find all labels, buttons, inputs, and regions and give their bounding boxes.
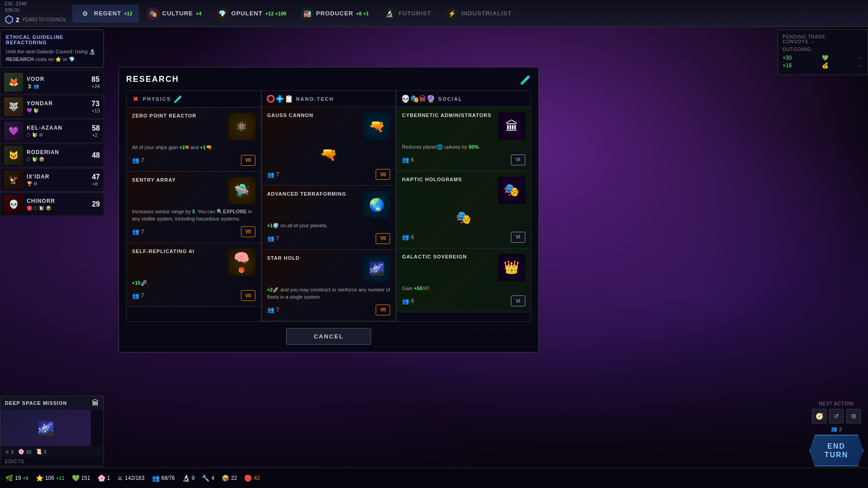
zero-point-reactor-image: ⚛ [228,113,255,140]
nanotech-header: ⭕💠📋 NANO-TECH [262,91,396,107]
gauss-cannon-card[interactable]: GAUSS CANNON 🔫 🔫 👥 7 VII [262,107,396,186]
yondar-avatar: 🐺 [4,97,23,116]
star-hold-name: STAR HOLD [267,255,363,261]
flower-icon: 🌸 [18,449,24,455]
self-replicating-ai-tier: VII [241,290,255,301]
sentry-array-card[interactable]: SENTRY ARRAY 🛸 Increases sensor range by… [127,172,261,243]
producer-icon: 🏭 [301,7,313,20]
mission-box[interactable]: DEEP SPACE MISSION 🏛 🌌 ⚔ 3 🌸 10 📜 3 EDIC… [0,396,104,466]
culture-stat-icon: 🌿 [5,474,13,482]
nav-producer-bonus: +8 +1 [356,11,369,16]
gauss-cost-icon: 👥 [267,171,274,178]
end-turn-line2: TURN [825,451,848,459]
self-replicating-ai-cost: 👥 7 [132,292,144,299]
star-hold-footer: 👥 7 VII [267,305,391,315]
nav-producer[interactable]: 🏭 PRODUCER +8 +1 [294,5,375,23]
roderian-name: RODERIAN [27,149,88,155]
galactic-sovereign-desc: Gain +50XP. [402,285,525,292]
advanced-terraforming-card[interactable]: ADVANCED TERRAFORMING 🌏 +1🌍 on all of yo… [262,186,396,250]
nav-items: ⚙ REGENT +12 🎭 CULTURE +4 💎 OPULENT +12 … [72,5,868,23]
zero-point-reactor-footer: 👥 7 VII [132,155,255,166]
zero-point-reactor-card[interactable]: ZERO POINT REACTOR ⚛ All of your ships g… [127,108,261,172]
nav-regent[interactable]: ⚙ REGENT +12 [72,5,139,23]
science-stat-icon: 🔬 [182,474,190,482]
stat-science: 🔬 9 [182,474,195,482]
refresh-icon[interactable]: ↺ [829,409,844,423]
haptic-holograms-tier: VI [511,232,525,243]
end-turn-area: NEXT ACTION 🧭 ↺ ⚙ 👥 2 END TURN [809,401,863,466]
galactic-sovereign-card[interactable]: GALACTIC SOVEREIGN 👑 Gain +50XP. 👥 6 VI [396,249,531,313]
leader-voor[interactable]: 🦊 VOOR 🍃 👥 85 +24 [0,70,104,94]
advanced-terraforming-top: ADVANCED TERRAFORMING 🌏 [267,191,391,218]
leader-yondar[interactable]: 🐺 YONDAR 💜 🔰 73 +13 [0,95,104,118]
self-replicating-ai-card[interactable]: SELF-REPLICATING AI 🧠 🎁 +15🧬. 👥 7 VII [127,243,261,307]
mission-stat-2: 📜 3 [36,449,46,455]
yondar-info: YONDAR 💜 🔰 [27,100,88,113]
industrialist-icon: ⚡ [446,7,458,20]
flask-icon[interactable]: 🧪 [520,75,531,85]
ai-cost-icon: 👥 [132,292,139,299]
cybernetic-administrators-footer: 👥 6 VI [402,155,525,165]
action-count: 👥 2 [831,426,842,432]
starhold-cost-icon: 👥 [267,306,274,313]
leader-kelazaan[interactable]: 💜 KEL-AZAAN ⬡ 🔰 ⚙ 58 +2 [0,119,104,143]
haptic-holograms-card[interactable]: HAPTIC HOLOGRAMS 🎭 🎭 👥 6 VI [396,171,531,249]
advanced-terraforming-cost-value: 7 [276,235,279,242]
galactic-sovereign-top: GALACTIC SOVEREIGN 👑 [402,254,525,281]
nav-industrialist-label: INDUSTRIALIST [461,10,512,17]
haptic-holograms-top: HAPTIC HOLOGRAMS 🎭 [402,177,525,204]
nav-producer-label: PRODUCER [316,10,353,17]
year-number: 2 [16,16,19,24]
ixidar-avatar: 🦅 [4,170,23,189]
self-replicating-ai-desc: +15🧬. [132,279,255,287]
opulent-icon: 💎 [216,7,229,20]
trade-value-0: +30 [783,55,792,61]
voor-icons: 🍃 👥 [27,84,88,89]
industry-stat-icon: 🔧 [202,474,209,482]
nav-culture[interactable]: 🎭 CULTURE +4 [141,5,208,23]
military-stat-value: 142/163 [125,475,144,481]
advanced-terraforming-name: ADVANCED TERRAFORMING [267,191,363,197]
sentry-array-cost-value: 7 [141,229,144,235]
zero-point-reactor-cost: 👥 7 [132,157,144,164]
nav-industrialist[interactable]: ⚡ INDUSTRIALIST [439,5,518,23]
settings-icon[interactable]: ⚙ [846,409,861,423]
stat-credits: 💚 151 [72,474,90,482]
sentry-array-desc: Increases sensor range by 3. You can 🔍EX… [132,208,255,223]
chinorr-icons: 🔴 ⬡ 🔰 📦 [27,206,88,211]
gauss-cannon-footer: 👥 7 VII [267,169,391,180]
galactic-sovereign-tier: VI [511,296,525,306]
action-count-value: 2 [839,427,842,432]
star-hold-card[interactable]: STAR HOLD 🌌 +2🚀 and you may construct or… [262,250,396,321]
close-physics-icon[interactable]: ✖ [131,94,140,103]
galactic-sovereign-name: GALACTIC SOVEREIGN [402,254,498,259]
mission-title: DEEP SPACE MISSION [5,400,67,406]
galactic-sovereign-cost-value: 6 [411,298,414,304]
cybernetic-administrators-card[interactable]: CYBERNETIC ADMINISTRATORS 🏛 Reduces plan… [396,107,531,171]
end-turn-button[interactable]: END TURN [809,435,863,466]
influence-stat-icon: 🌸 [98,474,105,482]
cancel-button[interactable]: CANCEL [286,328,371,345]
gauss-cannon-name: GAUSS CANNON [267,113,363,118]
voor-name: VOOR [27,76,88,82]
chinorr-info: CHINORR 🔴 ⬡ 🔰 📦 [27,198,88,211]
nav-opulent[interactable]: 💎 OPULENT +12 +109 [210,5,293,23]
damage-stat-value: 42 [254,475,259,481]
trade-more-0[interactable]: ··· [859,55,863,61]
yondar-icons: 💜 🔰 [27,108,88,113]
galactic-sovereign-footer: 👥 6 VI [402,296,525,306]
nav-culture-bonus: +4 [196,11,202,16]
roderian-icons: ⬡ 🔰 📦 [27,157,88,162]
nav-futurist[interactable]: 🔬 FUTURIST [377,5,438,23]
leader-ixidar[interactable]: 🦅 IX'IDAR 🏆 ⚙ 47 +8 [0,168,104,192]
cybernetic-administrators-tier: VI [511,155,525,165]
research-grid: ✖ PHYSICS 🧪 ZERO POINT REACTOR ⚛ All of … [126,90,531,322]
leader-roderian[interactable]: 🐱 RODERIAN ⬡ 🔰 📦 48 [0,144,104,167]
tooltip-title: ETHICAL GUIDELINE REFACTORING [6,34,98,45]
leader-chinorr[interactable]: 💀 CHINORR 🔴 ⬡ 🔰 📦 29 [0,192,104,216]
futurist-icon: 🔬 [383,7,396,20]
navigate-icon[interactable]: 🧭 [812,409,826,423]
roderian-score: 48 [92,151,100,160]
trade-more-1[interactable]: ··· [859,62,863,69]
mission-stat-0: ⚔ 3 [5,449,14,455]
